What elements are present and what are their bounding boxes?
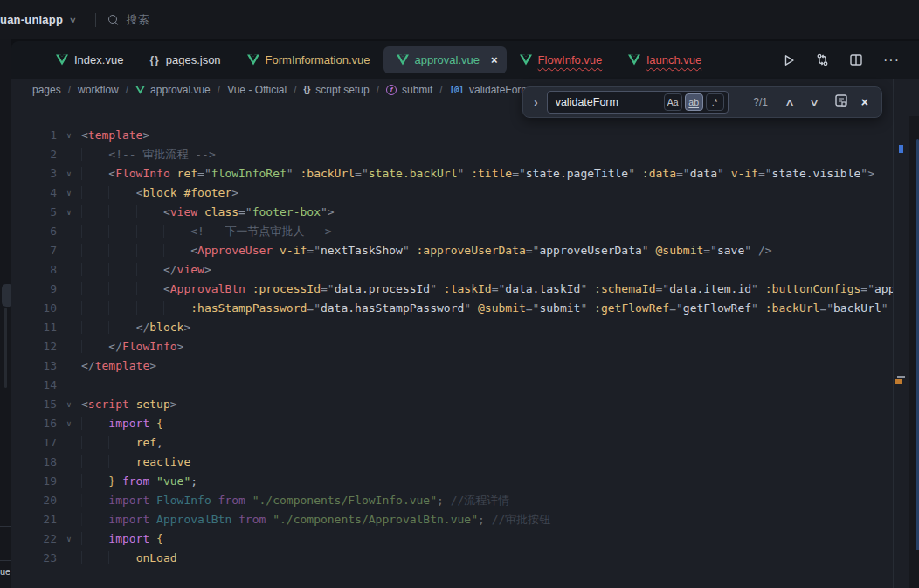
find-match-marker — [899, 145, 903, 153]
search-icon — [108, 15, 119, 25]
tab-label: FlowInfo.vue — [538, 53, 603, 66]
next-match-icon[interactable]: ∨ — [801, 97, 827, 108]
code-text: :hasStampPassword="data.hasStampPassword… — [81, 299, 894, 318]
vue-icon — [397, 54, 409, 66]
breadcrumb-item-approval.vue[interactable]: approval.vue — [135, 84, 211, 96]
chevron-down-icon[interactable]: ∨ — [69, 16, 77, 24]
line-number: 10 — [11, 299, 57, 318]
code-text: <ApproveUser v-if="nextTaskShow" :approv… — [81, 241, 894, 260]
line-number: 8 — [11, 260, 57, 280]
breadcrumb-item-workflow[interactable]: workflow — [78, 84, 119, 96]
line-number: 19 — [11, 472, 57, 491]
code-line-3[interactable]: 3∨ <FlowInfo ref="flowInfoRef" :backUrl=… — [11, 164, 894, 183]
line-number: 14 — [11, 376, 57, 395]
vue-icon — [628, 54, 640, 66]
fold-chevron-icon[interactable]: ∨ — [57, 529, 81, 549]
match-case-button[interactable]: Aa — [664, 93, 682, 111]
line-number: 11 — [11, 318, 57, 337]
fold-chevron-icon[interactable]: ∨ — [57, 414, 81, 433]
code-line-8[interactable]: 8 </view> — [11, 260, 894, 280]
vue-icon — [135, 86, 145, 94]
line-number: 3 — [11, 164, 57, 183]
fold-gutter — [57, 549, 81, 568]
breadcrumb-item-vue-official[interactable]: Vue - Official — [227, 84, 287, 96]
find-query[interactable]: validateForm — [556, 96, 661, 108]
code-line-19[interactable]: 19 } from "vue"; — [11, 472, 894, 491]
tab-approval.vue[interactable]: approval.vue× — [383, 46, 507, 73]
code-editor[interactable]: 1∨<template>2 <!-- 审批流程 -->3∨ <FlowInfo … — [11, 126, 894, 588]
regex-button[interactable]: .* — [706, 93, 724, 111]
compare-changes-icon[interactable] — [816, 53, 829, 66]
fold-gutter — [57, 376, 81, 395]
toggle-replace-icon[interactable]: › — [532, 95, 540, 109]
tab-launch.vue[interactable]: launch.vue — [615, 41, 715, 79]
code-text: <ApprovalBtn :processId="data.processId"… — [81, 280, 894, 299]
code-text: <!-- 下一节点审批人 --> — [81, 222, 894, 241]
breadcrumb-separator: / — [377, 84, 379, 96]
sidebar-divider — [0, 560, 11, 561]
code-line-7[interactable]: 7 <ApproveUser v-if="nextTaskShow" :appr… — [11, 241, 894, 260]
fold-chevron-icon[interactable]: ∨ — [57, 183, 81, 203]
code-line-18[interactable]: 18 reactive — [11, 453, 894, 472]
tab-FlowInfo.vue[interactable]: FlowInfo.vue — [507, 41, 616, 79]
code-line-5[interactable]: 5∨ <view class="footer-box"> — [11, 203, 894, 222]
code-text: import ApprovalBtn from "./components/Ap… — [81, 510, 894, 529]
project-name[interactable]: uan-uniapp — [0, 13, 63, 26]
code-line-13[interactable]: 13</template> — [11, 356, 894, 376]
line-number: 12 — [11, 337, 57, 356]
code-line-9[interactable]: 9 <ApprovalBtn :processId="data.processI… — [11, 280, 894, 299]
code-line-4[interactable]: 4∨ <block #footer> — [11, 183, 894, 203]
split-editor-icon[interactable] — [850, 54, 862, 66]
fold-gutter — [57, 453, 81, 472]
code-line-12[interactable]: 12 </FlowInfo> — [11, 337, 894, 356]
fold-chevron-icon[interactable]: ∨ — [57, 126, 81, 145]
search-placeholder: 搜索 — [127, 12, 149, 28]
whole-word-button[interactable]: ab — [685, 93, 703, 111]
breadcrumb-item-script-setup[interactable]: {}script setup — [304, 84, 370, 96]
fold-chevron-icon[interactable]: ∨ — [57, 203, 81, 222]
code-text — [81, 376, 894, 395]
code-line-16[interactable]: 16∨ import { — [11, 414, 894, 433]
more-actions-icon[interactable]: ··· — [883, 53, 900, 67]
code-text: reactive — [81, 453, 894, 472]
code-line-20[interactable]: 20 import FlowInfo from "./components/Fl… — [11, 491, 894, 510]
code-line-23[interactable]: 23 onLoad — [11, 549, 894, 568]
sidebar-scrollbar-fragment[interactable] — [4, 308, 7, 388]
line-number: 21 — [11, 510, 57, 529]
tab-label: Index.vue — [74, 53, 123, 66]
tab-pages.json[interactable]: {}pages.json — [136, 41, 233, 79]
code-line-2[interactable]: 2 <!-- 审批流程 --> — [11, 145, 894, 164]
braces-icon: {} — [304, 85, 311, 94]
line-number: 18 — [11, 453, 57, 472]
fold-gutter — [57, 145, 81, 164]
code-line-11[interactable]: 11 </block> — [11, 318, 894, 337]
code-line-21[interactable]: 21 import ApprovalBtn from "./components… — [11, 510, 894, 529]
vue-icon — [520, 54, 532, 66]
close-find-icon[interactable]: × — [861, 95, 868, 109]
code-line-6[interactable]: 6 <!-- 下一节点审批人 --> — [11, 222, 894, 241]
close-icon[interactable]: × — [491, 54, 498, 66]
tab-FormInformation.vue[interactable]: FormInformation.vue — [234, 41, 383, 79]
code-line-22[interactable]: 22∨ import { — [11, 529, 894, 549]
tab-label: pages.json — [166, 53, 221, 66]
fold-gutter — [57, 510, 81, 529]
code-line-17[interactable]: 17 ref, — [11, 433, 894, 453]
code-line-14[interactable]: 14 — [11, 376, 894, 395]
code-line-10[interactable]: 10 :hasStampPassword="data.hasStampPassw… — [11, 299, 894, 318]
code-line-15[interactable]: 15∨<script setup> — [11, 395, 894, 414]
global-search[interactable]: 搜索 — [108, 12, 149, 28]
titlebar-divider — [95, 13, 96, 27]
breadcrumb-item-submit[interactable]: fsubmit — [386, 84, 432, 96]
code-text: } from "vue"; — [81, 472, 894, 491]
tab-Index.vue[interactable]: Index.vue — [43, 41, 136, 79]
editor-panel: Index.vue{}pages.jsonFormInformation.vue… — [11, 41, 919, 588]
run-icon[interactable] — [783, 54, 795, 66]
previous-match-icon[interactable]: ∧ — [777, 97, 803, 108]
fold-chevron-icon[interactable]: ∨ — [57, 164, 81, 183]
find-in-selection-icon[interactable] — [835, 94, 847, 110]
breadcrumb-item-pages[interactable]: pages — [32, 84, 61, 96]
vue-icon — [247, 54, 259, 66]
fold-chevron-icon[interactable]: ∨ — [57, 395, 81, 414]
find-input[interactable]: validateForm Aa ab .* — [547, 91, 729, 114]
code-line-1[interactable]: 1∨<template> — [11, 126, 894, 145]
